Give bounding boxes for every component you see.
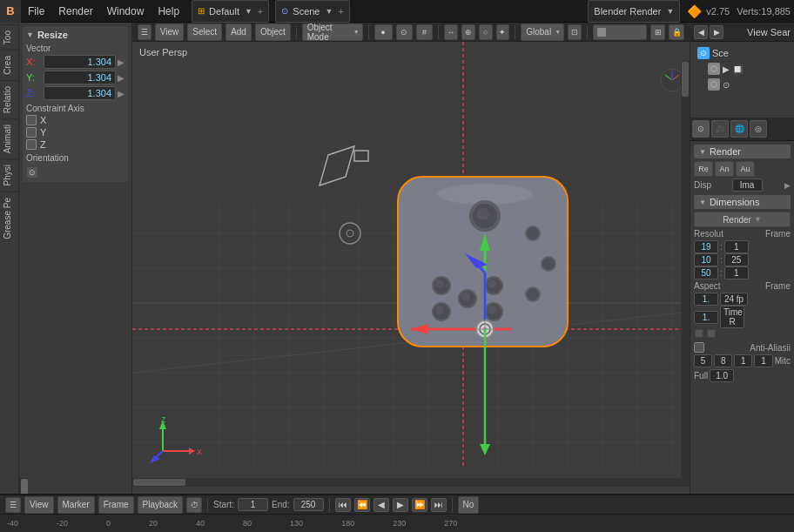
start-value[interactable] — [238, 498, 268, 511]
timeline-icon-btn[interactable]: ☰ — [5, 497, 21, 513]
vp-menu-icon[interactable]: ☰ — [138, 24, 151, 40]
vp-select-btn[interactable]: Select — [187, 24, 222, 41]
scene-item-1[interactable]: ⊙ Sce — [694, 45, 791, 61]
aa-checkbox[interactable] — [694, 342, 704, 353]
sidebar-tab-create[interactable]: Crea — [1, 50, 18, 80]
constraint-y-checkbox[interactable] — [26, 127, 37, 138]
sidebar-tab-relations[interactable]: Relatio — [1, 80, 18, 118]
aa-val-2[interactable]: 8 — [714, 354, 732, 367]
render-btn-icon: ▼ — [754, 215, 762, 224]
menu-file[interactable]: File — [21, 0, 51, 23]
aspect-x[interactable]: 1. — [694, 293, 718, 306]
frame-y[interactable]: 25 — [724, 253, 749, 266]
tl-sep-2 — [329, 498, 330, 512]
constraint-z-checkbox[interactable] — [26, 139, 37, 150]
res-pct[interactable]: 50 — [694, 266, 718, 279]
scene-item-label: Sce — [712, 48, 729, 58]
viewport-scrollbar-vertical[interactable] — [681, 61, 690, 487]
timeline-playback-btn[interactable]: Playback — [138, 496, 184, 514]
scene-child-1[interactable]: ⬡ ▶ 🔲 — [704, 61, 791, 77]
tl-prev-frame[interactable]: ⏪ — [354, 498, 370, 512]
x-value[interactable]: 1.304 — [44, 55, 116, 69]
timeline-view-btn[interactable]: View — [24, 496, 54, 514]
viewport-pivot-icon[interactable]: ⊡ — [568, 24, 582, 40]
time-r-value[interactable]: Time R — [720, 306, 744, 328]
object-mode-dropdown[interactable]: Object Mode — [302, 24, 363, 41]
viewport-3d-area[interactable]: X Z Y — [132, 42, 690, 509]
outliner-nav-prev[interactable]: ◀ — [694, 25, 708, 39]
vp-object-btn[interactable]: Object — [255, 24, 291, 41]
fps-value[interactable]: 24 fp — [720, 293, 748, 306]
frame-pct[interactable]: 1 — [724, 266, 749, 279]
viewport-view-dots-icon[interactable]: ⊙ — [396, 24, 413, 40]
sidebar-tab-animation[interactable]: Animati — [1, 118, 18, 158]
timeline-clock-icon[interactable]: ⏱ — [186, 497, 202, 513]
viewport-transform-icon[interactable]: ↔ — [444, 24, 458, 40]
viewport-scrollbar-horizontal[interactable] — [132, 478, 681, 487]
timeline-marker-btn[interactable]: Marker — [57, 496, 95, 514]
tl-play[interactable]: ▶ — [393, 498, 408, 512]
viewport-prop-edit-icon[interactable]: ○ — [479, 24, 493, 40]
viewport-grid-icon[interactable]: # — [416, 24, 433, 40]
view-label[interactable]: View — [747, 27, 768, 37]
sidebar-tab-tools[interactable]: Too — [1, 24, 18, 50]
tab-scene2[interactable]: 🌐 — [730, 120, 748, 138]
dimensions-header[interactable]: Dimensions — [694, 195, 791, 209]
res-x[interactable]: 19 — [694, 240, 718, 253]
sidebar-tab-grease-pencil[interactable]: Grease Pe — [1, 192, 18, 245]
vp-view-btn[interactable]: View — [155, 24, 185, 41]
full-label: Full — [694, 371, 708, 380]
tl-no-btn[interactable]: No — [458, 496, 480, 514]
tl-skip-start[interactable]: ⏮ — [335, 498, 351, 512]
viewport-render-layers-icon[interactable]: ⊞ — [650, 24, 666, 40]
scene-selector[interactable]: ⊙ Scene ▼ + — [275, 0, 350, 23]
tab-scene[interactable]: ⊙ — [692, 120, 710, 138]
constraint-x-checkbox[interactable] — [26, 115, 37, 125]
aa-val-1[interactable]: 5 — [694, 354, 712, 367]
viewport-snap-icon[interactable]: ⊕ — [461, 24, 475, 40]
menu-render[interactable]: Render — [51, 0, 99, 23]
tab-render[interactable]: 🎥 — [711, 120, 729, 138]
full-value[interactable]: 1.0 — [710, 369, 734, 382]
resize-panel-title[interactable]: Resize — [26, 30, 124, 40]
aspect-y[interactable]: 1. — [694, 311, 718, 324]
tl-skip-end[interactable]: ⏭ — [431, 498, 447, 512]
anim-btn[interactable]: An — [715, 161, 734, 177]
tl-next-frame[interactable]: ⏩ — [412, 498, 427, 512]
workspace-selector[interactable]: ⊞ Default ▼ + — [192, 0, 269, 23]
vp-add-btn[interactable]: Add — [225, 24, 252, 41]
timeline-frame-btn[interactable]: Frame — [98, 496, 134, 514]
tl-play-rev[interactable]: ◀ — [373, 498, 389, 512]
render-section-header[interactable]: Render — [694, 145, 791, 158]
axis-arrows: X Z Y — [150, 416, 202, 466]
audio-btn[interactable]: Au — [736, 161, 755, 177]
outliner-nav-next[interactable]: ▶ — [710, 25, 723, 39]
render-full-btn[interactable]: Render ▼ — [694, 212, 791, 227]
sidebar-tab-physics[interactable]: Physi — [1, 158, 18, 191]
viewport-camera-icon[interactable]: ● — [374, 24, 393, 40]
y-value[interactable]: 1.304 — [44, 71, 116, 84]
blender-icon[interactable]: B — [0, 0, 21, 23]
disp-value[interactable]: Ima — [732, 178, 763, 192]
svg-point-54 — [527, 227, 539, 239]
aa-val-3[interactable]: 1 — [734, 354, 752, 367]
menu-window[interactable]: Window — [100, 0, 151, 23]
menu-help[interactable]: Help — [151, 0, 186, 23]
render-btn[interactable]: Re — [694, 161, 713, 177]
viewport-sculpt-icon[interactable]: ✦ — [496, 24, 510, 40]
engine-selector[interactable]: Blender Render ▼ — [588, 0, 680, 23]
orientation-icon[interactable]: ⊙ — [26, 166, 38, 178]
aa-val-4[interactable]: 1 — [754, 354, 772, 367]
viewport-lock-icon[interactable]: 🔒 — [669, 24, 684, 40]
version-label: v2.75 — [706, 6, 730, 17]
global-dropdown[interactable]: Global — [521, 24, 564, 41]
sear-label[interactable]: Sear — [770, 27, 791, 37]
tab-world[interactable]: ◎ — [750, 120, 767, 138]
scene-child-2[interactable]: ⬡ ⊙ — [704, 77, 791, 92]
full-row: Full 1.0 — [694, 369, 791, 382]
viewport-layers-icon[interactable] — [593, 24, 647, 40]
z-value[interactable]: 1.304 — [44, 86, 116, 100]
end-value[interactable] — [293, 498, 324, 511]
res-y[interactable]: 10 — [694, 253, 718, 266]
frame-x[interactable]: 1 — [724, 240, 749, 253]
